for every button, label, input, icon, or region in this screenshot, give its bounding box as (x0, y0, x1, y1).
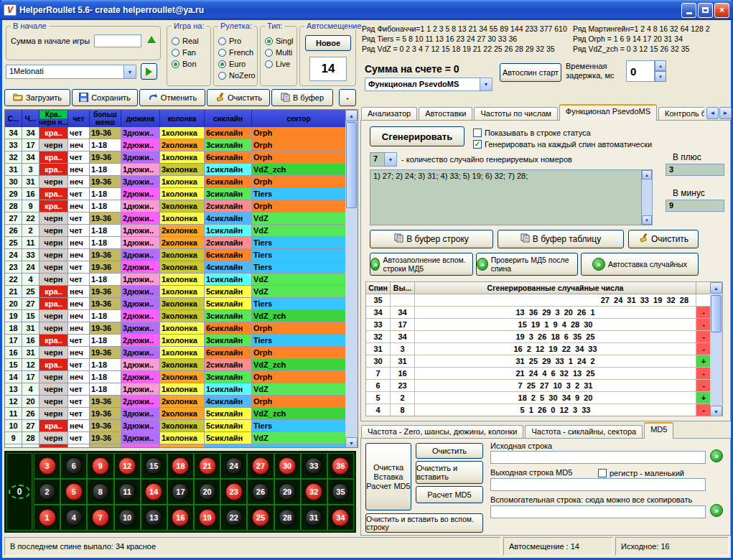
scroll-thumb[interactable] (346, 122, 357, 208)
gen-table-scrollbar[interactable]: ▲ ▼ (710, 282, 722, 416)
check-md5-button[interactable]: »Проверить МД5 после спина (476, 253, 578, 276)
board-cell-36[interactable]: 36 (327, 453, 354, 479)
table-row[interactable]: 3031черннеч19-363дюжи..1колонка6сиклайнO… (5, 176, 346, 188)
table-row[interactable]: 1126чернчет19-363дюжи..2колонка5сиклайнV… (5, 408, 346, 420)
radio-option-euro[interactable]: Euro (218, 58, 256, 70)
board-cell-24[interactable]: 24 (220, 453, 247, 479)
radio-option-multi[interactable]: Multi (265, 47, 295, 58)
table-row[interactable]: 3434кра..чет19-363дюжи..1колонка6сиклайн… (5, 127, 346, 139)
source-string-input[interactable] (490, 451, 706, 464)
scroll-down-icon[interactable]: ▼ (642, 215, 652, 225)
table-row[interactable]: 323419 3 26 18 6 35 25- (366, 331, 722, 343)
table-row[interactable]: 823кра..неч19-362дюжи..2колонка4сиклайнT… (5, 444, 346, 448)
tab-частота-zero-шансы-дюжины-колонки[interactable]: Частота - Zero, шансы, дюжины, колонки (361, 425, 523, 439)
board-cell-30[interactable]: 30 (274, 453, 301, 479)
table-row[interactable]: 331715 19 1 9 4 28 30- (366, 319, 722, 331)
count-select[interactable]: 7 ▼ (370, 152, 397, 167)
generate-button[interactable]: Сгенерировать (370, 126, 464, 146)
table-row[interactable]: 3234кра..чет19-363дюжи..1колонка6сиклайн… (5, 151, 346, 164)
table-row[interactable]: 928чернчет19-363дюжи..1колонка5сиклайнVd… (5, 432, 346, 444)
board-cell-28[interactable]: 28 (274, 505, 301, 531)
radio-option-real[interactable]: Real (172, 35, 209, 47)
table-row[interactable]: 262чернчет1-181дюжи..2колонка1сиклайнVdZ (5, 225, 346, 237)
board-cell-14[interactable]: 14 (141, 479, 167, 505)
table-row[interactable]: 3527 24 31 33 19 32 28 (366, 294, 722, 307)
history-scrollbar[interactable]: ▲ ▼ (345, 110, 358, 448)
table-row[interactable]: 1716кра..чет1-182дюжи..1колонка3сиклайнT… (5, 335, 346, 347)
board-cell-20[interactable]: 20 (194, 479, 220, 505)
preset-select[interactable]: 1Melonati ▼ (6, 65, 136, 79)
copy-button[interactable]: В буфер (271, 89, 333, 106)
copy-row-button[interactable]: В буфер строку (370, 230, 493, 248)
board-cell-4[interactable]: 4 (60, 505, 87, 531)
board-cell-26[interactable]: 26 (247, 479, 274, 505)
tab-контроль-банкролл[interactable]: Контроль банкролл (658, 107, 704, 121)
radio-option-singl[interactable]: Singl (265, 35, 295, 47)
table-row[interactable]: 2722чернчет19-362дюжи..1колонка4сиклайнV… (5, 213, 346, 225)
board-cell-8[interactable]: 8 (87, 479, 113, 505)
chevron-down-icon[interactable]: ▼ (480, 78, 492, 90)
tab-функционал-psevdoms[interactable]: Функционал PsevdoMS (559, 104, 657, 121)
board-cell-34[interactable]: 34 (327, 505, 354, 531)
load-button[interactable]: Загрузить (4, 89, 70, 106)
md5-clear-paste-button[interactable]: Очистить и вставить (416, 461, 483, 484)
close-button[interactable]: × (714, 3, 729, 18)
board-cell-27[interactable]: 27 (247, 453, 274, 479)
table-row[interactable]: 224чернчет1-181дюжи..1колонка1сиклайнVdZ (5, 274, 346, 286)
copy-table-button[interactable]: В буфер таблицу (498, 230, 624, 248)
chevron-down-icon[interactable]: ▼ (123, 65, 136, 78)
autospin-button[interactable]: Автоспин старт (500, 63, 561, 82)
scroll-down-icon[interactable]: ▼ (345, 437, 358, 448)
board-cell-1[interactable]: 1 (34, 505, 60, 531)
collapse-button[interactable]: - (339, 89, 356, 106)
board-cell-2[interactable]: 2 (34, 479, 60, 505)
table-row[interactable]: 2916кра..чет1-182дюжи..1колонка3сиклайнT… (5, 188, 346, 200)
board-cell-0[interactable]: 0 (6, 453, 32, 531)
board-cell-6[interactable]: 6 (60, 453, 87, 479)
scroll-up-icon[interactable]: ▲ (345, 110, 358, 121)
board-cell-15[interactable]: 15 (141, 453, 167, 479)
table-row[interactable]: 1631черннеч19-363дюжи..1колонка6сиклайнO… (5, 347, 346, 359)
board-cell-19[interactable]: 19 (194, 505, 220, 531)
table-row[interactable]: 5218 2 5 30 34 9 20+ (366, 392, 722, 404)
save-button[interactable]: Сохранить (72, 89, 138, 106)
clear-output-button[interactable]: Очистить (628, 230, 699, 248)
tab-автоставки[interactable]: Автоставки (419, 107, 472, 121)
table-row[interactable]: 1220чернчет19-362дюжи..2колонка4сиклайнO… (5, 396, 346, 408)
scroll-down-icon[interactable]: ▼ (710, 406, 722, 416)
board-cell-18[interactable]: 18 (167, 453, 194, 479)
table-row[interactable]: 134чернчет1-181дюжи..1колонка1сиклайнVdZ (5, 383, 346, 396)
board-cell-31[interactable]: 31 (301, 505, 327, 531)
table-row[interactable]: 2324чернчет19-362дюжи..3колонка4сиклайнT… (5, 261, 346, 274)
table-row[interactable]: 1512кра..чет1-181дюжи..3колонка2сиклайнV… (5, 359, 346, 371)
md5-calc-button[interactable]: Расчет MD5 (416, 486, 483, 503)
clear-button[interactable]: Очистить (207, 89, 270, 106)
tab-scroll-right-icon[interactable]: ► (719, 107, 732, 119)
helper-string-input[interactable] (490, 505, 706, 518)
tab-анализатор[interactable]: Анализатор (361, 107, 417, 121)
checkbox-register[interactable]: регистр - маленький (598, 468, 684, 478)
table-row[interactable]: 3317черннеч1-182дюжи..2колонка3сиклайнOr… (5, 139, 346, 151)
board-cell-35[interactable]: 35 (327, 479, 354, 505)
table-row[interactable]: 2027кра..неч19-363дюжи..3колонка5сиклайн… (5, 298, 346, 310)
play-button[interactable] (141, 63, 157, 80)
radio-option-live[interactable]: Live (265, 58, 295, 70)
function-select[interactable]: Функционал PsevdoMS ▼ (365, 78, 492, 91)
scroll-thumb[interactable] (711, 295, 722, 332)
radio-option-nozero[interactable]: NoZero (218, 70, 256, 81)
scroll-up-icon[interactable]: ▲ (710, 282, 722, 294)
tab-частоты-по-числам[interactable]: Частоты по числам (474, 107, 557, 121)
board-cell-25[interactable]: 25 (247, 505, 274, 531)
spin-down-icon[interactable]: ▼ (655, 71, 666, 82)
radio-option-french[interactable]: French (218, 47, 256, 58)
maximize-button[interactable] (698, 3, 713, 18)
board-cell-5[interactable]: 5 (60, 479, 87, 505)
checkbox-auto-generate[interactable]: ✓Генерировать на каждый спин автоматичес… (473, 139, 652, 149)
board-cell-11[interactable]: 11 (114, 479, 141, 505)
undo-button[interactable]: Отменить (139, 89, 205, 106)
table-row[interactable]: 313кра..неч1-181дюжи..3колонка1сиклайнVd… (5, 164, 346, 176)
radio-option-fan[interactable]: Fan (172, 47, 209, 58)
board-cell-10[interactable]: 10 (114, 505, 141, 531)
board-cell-7[interactable]: 7 (87, 505, 113, 531)
plus-value[interactable]: 3 (666, 164, 724, 176)
